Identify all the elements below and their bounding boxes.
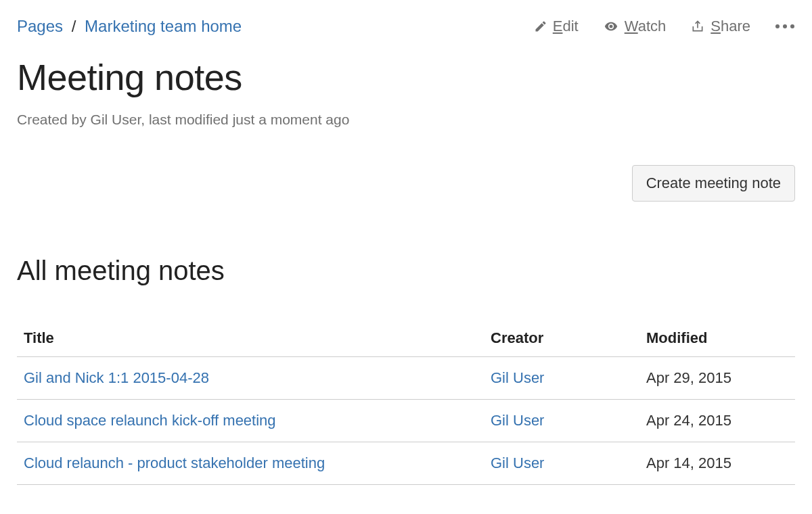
header-row: Pages / Marketing team home Edit Watch S… <box>17 17 795 36</box>
creator-link[interactable]: Gil User <box>491 369 544 386</box>
page-byline: Created by Gil User, last modified just … <box>17 112 795 128</box>
create-meeting-note-button[interactable]: Create meeting note <box>632 165 795 202</box>
table-header-row: Title Creator Modified <box>17 320 795 357</box>
breadcrumb-root[interactable]: Pages <box>17 17 63 35</box>
note-title-link[interactable]: Gil and Nick 1:1 2015-04-28 <box>24 369 209 386</box>
svg-point-0 <box>775 24 780 28</box>
share-label: Share <box>710 18 750 35</box>
table-row: Cloud space relaunch kick-off meetingGil… <box>17 400 795 442</box>
col-header-title: Title <box>17 320 484 357</box>
modified-cell: Apr 29, 2015 <box>639 357 795 400</box>
share-icon <box>690 20 705 33</box>
watch-action[interactable]: Watch <box>603 18 667 35</box>
share-action[interactable]: Share <box>690 18 750 35</box>
modified-cell: Apr 14, 2015 <box>639 442 795 485</box>
col-header-creator: Creator <box>484 320 639 357</box>
svg-point-1 <box>783 24 787 28</box>
creator-link[interactable]: Gil User <box>491 412 544 429</box>
creator-link[interactable]: Gil User <box>491 454 544 471</box>
breadcrumb-separator: / <box>72 17 76 35</box>
watch-label: Watch <box>625 18 667 35</box>
edit-label: Edit <box>553 18 579 35</box>
breadcrumb-parent[interactable]: Marketing team home <box>85 17 242 35</box>
note-title-link[interactable]: Cloud space relaunch kick-off meeting <box>24 412 276 429</box>
edit-action[interactable]: Edit <box>534 18 579 35</box>
meeting-notes-table: Title Creator Modified Gil and Nick 1:1 … <box>17 320 795 485</box>
pencil-icon <box>534 20 547 33</box>
note-title-link[interactable]: Cloud relaunch - product stakeholder mee… <box>24 454 325 471</box>
table-row: Gil and Nick 1:1 2015-04-28Gil UserApr 2… <box>17 357 795 400</box>
modified-cell: Apr 24, 2015 <box>639 400 795 442</box>
page-title: Meeting notes <box>17 56 795 98</box>
table-row: Cloud relaunch - product stakeholder mee… <box>17 442 795 485</box>
col-header-modified: Modified <box>639 320 795 357</box>
more-actions[interactable] <box>775 24 795 29</box>
breadcrumb: Pages / Marketing team home <box>17 17 242 36</box>
page-actions: Edit Watch Share <box>534 18 795 35</box>
ellipsis-icon <box>775 24 795 29</box>
svg-point-2 <box>790 24 794 28</box>
eye-icon <box>603 20 619 33</box>
create-row: Create meeting note <box>17 165 795 202</box>
section-title: All meeting notes <box>17 256 795 286</box>
